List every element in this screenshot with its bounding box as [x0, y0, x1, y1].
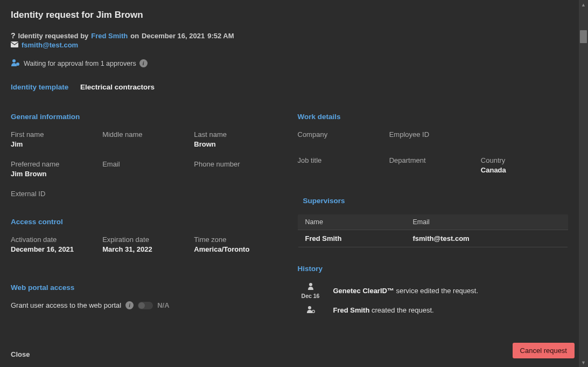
history-tail: created the request. [369, 306, 433, 314]
field-employee-id: Employee ID [389, 130, 477, 140]
activation-date-value: December 16, 2021 [11, 245, 98, 253]
job-title-label: Job title [298, 156, 385, 164]
history-text: Fred Smith created the request. [333, 306, 434, 314]
supervisor-email: fsmith@test.com [413, 234, 561, 243]
company-label: Company [298, 130, 385, 139]
info-icon[interactable]: i [125, 301, 134, 309]
identity-template-label: Identity template [11, 83, 68, 91]
last-name-value: Brown [194, 140, 281, 148]
expiration-date-value: March 31, 2022 [102, 245, 190, 253]
col-header-email: Email [413, 218, 561, 226]
middle-name-label: Middle name [102, 130, 190, 139]
field-last-name: Last name Brown [194, 130, 281, 148]
first-name-value: Jim [11, 140, 98, 148]
field-expiration-date: Expiration date March 31, 2022 [102, 236, 190, 253]
close-button[interactable]: Close [11, 350, 30, 358]
col-header-name: Name [305, 218, 413, 226]
timezone-value: America/Toronto [194, 245, 281, 253]
svg-point-5 [312, 310, 314, 313]
country-label: Country [481, 156, 568, 164]
first-name-label: First name [11, 130, 98, 139]
activation-date-label: Activation date [11, 236, 98, 244]
timezone-label: Time zone [194, 236, 281, 244]
field-department: Department [389, 156, 477, 174]
history-actor: Fred Smith [333, 306, 370, 314]
identity-template-value: Electrical contractors [80, 83, 155, 91]
portal-access-row: Grant user access to the web portal i N/… [11, 301, 282, 309]
portal-na: N/A [157, 301, 169, 309]
requested-by-row: ? Identity requested by Fred Smith on De… [11, 31, 568, 40]
section-history-title: History [298, 265, 569, 273]
section-general-title: General information [11, 113, 282, 121]
svg-point-2 [16, 63, 19, 66]
field-timezone: Time zone America/Toronto [194, 236, 281, 253]
table-header-row: Name Email [298, 214, 569, 230]
section-work-title: Work details [298, 113, 569, 121]
approval-status-row: Waiting for approval from 1 approvers i [11, 59, 568, 68]
phone-label: Phone number [194, 160, 281, 168]
preferred-name-value: Jim Brown [11, 170, 98, 178]
vertical-scrollbar[interactable]: ▲ ▼ [579, 0, 588, 367]
person-gear-icon [306, 306, 315, 315]
scroll-up-arrow-icon[interactable]: ▲ [579, 0, 588, 9]
field-company: Company [298, 130, 385, 140]
field-first-name: First name Jim [11, 130, 98, 148]
question-icon: ? [11, 31, 16, 40]
empty-cell [481, 130, 568, 140]
history-date: Dec 16 [302, 293, 320, 299]
history-item: Dec 16 Genetec ClearID™ service edited t… [298, 282, 569, 299]
country-value: Canada [481, 166, 568, 174]
email-label: Email [102, 160, 190, 168]
field-preferred-name: Preferred name Jim Brown [11, 160, 98, 178]
field-phone: Phone number [194, 160, 281, 178]
employee-id-label: Employee ID [389, 130, 477, 139]
approval-status-text: Waiting for approval from 1 approvers [24, 60, 136, 67]
section-access-title: Access control [11, 218, 282, 226]
identity-template-row: Identity template Electrical contractors [11, 83, 568, 91]
requester-email-row: fsmith@test.com [11, 41, 568, 49]
cancel-request-button[interactable]: Cancel request [513, 343, 575, 358]
table-row: Fred Smith fsmith@test.com [298, 230, 569, 247]
field-external-id: External ID [11, 190, 98, 199]
section-supervisors-title: Supervisors [303, 197, 569, 205]
requester-name-link[interactable]: Fred Smith [91, 32, 128, 40]
person-icon [307, 282, 314, 292]
expiration-date-label: Expiration date [102, 236, 190, 244]
department-label: Department [389, 156, 477, 164]
svg-point-1 [12, 59, 16, 63]
requested-date: December 16, 2021 [142, 32, 205, 40]
requester-email-link[interactable]: fsmith@test.com [22, 41, 78, 49]
envelope-icon [11, 41, 18, 49]
portal-grant-label: Grant user access to the web portal [11, 301, 121, 309]
person-status-icon [11, 59, 20, 68]
history-text: Genetec ClearID™ service edited the requ… [333, 287, 479, 295]
history-actor: Genetec ClearID™ [333, 287, 394, 295]
info-icon[interactable]: i [139, 59, 148, 67]
scroll-thumb[interactable] [580, 30, 587, 43]
on-label: on [130, 32, 139, 40]
field-email: Email [102, 160, 190, 178]
scroll-down-arrow-icon[interactable]: ▼ [579, 358, 588, 367]
field-middle-name: Middle name [102, 130, 190, 148]
page-title: Identity request for Jim Brown [11, 10, 568, 20]
external-id-label: External ID [11, 190, 98, 198]
history-tail: service edited the request. [394, 287, 478, 295]
last-name-label: Last name [194, 130, 281, 139]
svg-point-4 [308, 306, 311, 309]
supervisor-name: Fred Smith [305, 234, 413, 243]
svg-point-3 [309, 283, 312, 286]
requested-by-label: Identity requested by [18, 32, 89, 40]
preferred-name-label: Preferred name [11, 160, 98, 168]
supervisors-table: Name Email Fred Smith fsmith@test.com [298, 214, 569, 247]
field-country: Country Canada [481, 156, 568, 174]
section-portal-title: Web portal access [11, 283, 282, 292]
portal-access-toggle[interactable] [138, 302, 153, 309]
field-job-title: Job title [298, 156, 385, 174]
history-item: Fred Smith created the request. [298, 306, 569, 315]
field-activation-date: Activation date December 16, 2021 [11, 236, 98, 253]
requested-time: 9:52 AM [207, 32, 234, 40]
history-list: Dec 16 Genetec ClearID™ service edited t… [298, 282, 569, 315]
